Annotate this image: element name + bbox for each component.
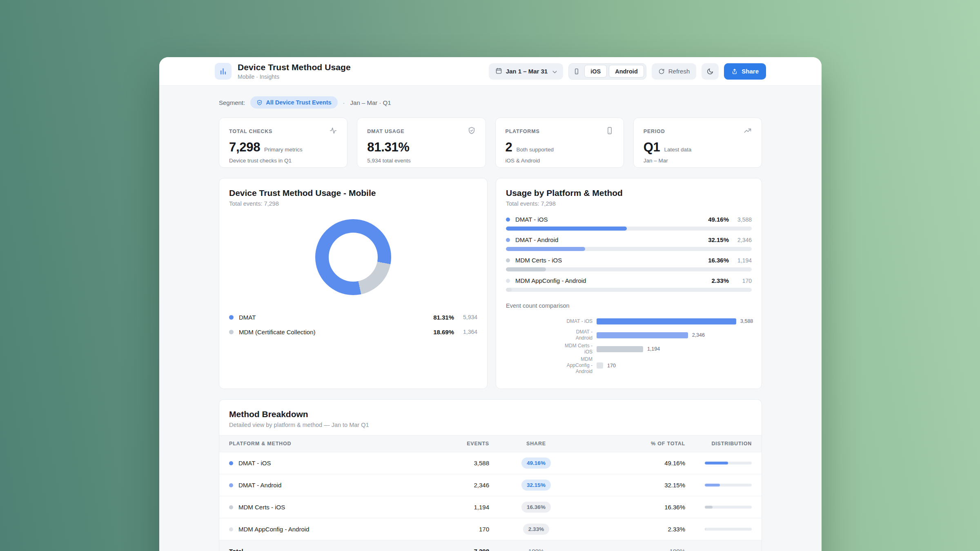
- legend-item: MDM (Certificate Collection) 18.69% 1,36…: [229, 324, 477, 339]
- stat-label: TOTAL CHECKS: [229, 129, 272, 134]
- stat-card-period: PERIOD Q1 Latest data Jan – Mar: [633, 118, 762, 168]
- method-dot: [506, 238, 510, 242]
- page-subtitle: Mobile · Insights: [238, 73, 351, 80]
- method-dot: [229, 505, 233, 509]
- stat-note: Primary metrics: [264, 147, 303, 153]
- share-button[interactable]: Share: [724, 63, 766, 80]
- usage-card-subtitle: Total events: 7,298: [506, 200, 752, 207]
- date-range-picker[interactable]: Jan 1 – Mar 31: [489, 63, 564, 80]
- table-header-row: PLATFORM & METHOD EVENTS SHARE % OF TOTA…: [219, 435, 762, 452]
- progress-fill: [506, 267, 546, 271]
- progress-fill: [506, 247, 585, 251]
- distribution-track: [705, 506, 752, 509]
- distribution-fill: [705, 506, 713, 509]
- app-header: Device Trust Method Usage Mobile · Insig…: [159, 57, 822, 86]
- bar-chart-icon: [215, 63, 232, 80]
- platform-segmented-control: iOS Android: [568, 63, 646, 80]
- breakdown-title: Method Breakdown: [229, 409, 752, 419]
- stat-note: Both supported: [516, 147, 554, 153]
- comparison-title: Event count comparison: [506, 302, 752, 309]
- usage-card-title: Usage by Platform & Method: [506, 188, 752, 198]
- main-content: Segment: All Device Trust Events · Jan –…: [159, 86, 822, 551]
- progress-track: [506, 267, 752, 271]
- moon-icon: [706, 68, 714, 75]
- donut-card-subtitle: Total events: 7,298: [229, 200, 477, 207]
- share-label: Share: [742, 68, 759, 75]
- comparison-bar: [597, 318, 736, 324]
- usage-row: MDM AppConfig - Android 2.33% 170: [506, 277, 752, 292]
- date-range-label: Jan 1 – Mar 31: [506, 68, 548, 75]
- method-dot: [229, 461, 233, 465]
- table-row: DMAT - Android 2,346 32.15% 32.15%: [219, 474, 762, 496]
- method-dot: [506, 279, 510, 283]
- table-row: DMAT - iOS 3,588 49.16% 49.16%: [219, 452, 762, 474]
- donut-card: Device Trust Method Usage - Mobile Total…: [219, 178, 488, 389]
- legend-dot: [229, 315, 234, 320]
- progress-track: [506, 227, 752, 231]
- stat-label: DMAT USAGE: [367, 129, 404, 134]
- stat-card-total-checks: TOTAL CHECKS 7,298 Primary metrics Devic…: [219, 118, 347, 168]
- distribution-fill: [705, 462, 728, 464]
- stat-label: PERIOD: [644, 129, 665, 134]
- share-badge: 16.36%: [521, 502, 551, 513]
- method-dot: [229, 527, 233, 531]
- comparison-bar-row: DMAT - iOS 3,588: [506, 315, 752, 328]
- distribution-fill: [705, 528, 706, 531]
- usage-row: MDM Certs - iOS 16.36% 1,194: [506, 257, 752, 271]
- stat-caption: 5,934 total events: [367, 158, 475, 164]
- refresh-icon: [658, 68, 665, 75]
- comparison-bar-row: DMAT -Android 2,346: [506, 329, 752, 342]
- stat-caption: Jan – Mar: [644, 158, 752, 164]
- stat-card-dmat-usage: DMAT USAGE 81.31% 5,934 total events: [357, 118, 486, 168]
- stat-note: Latest data: [664, 147, 692, 153]
- distribution-track: [705, 528, 752, 531]
- distribution-fill: [705, 484, 720, 487]
- stat-value: 7,298: [229, 140, 260, 155]
- stat-value: 81.31%: [367, 140, 409, 155]
- trending-up-icon: [744, 127, 752, 136]
- separator-dot: ·: [343, 99, 345, 106]
- method-dot: [229, 483, 233, 487]
- table-total-row: Total 7,298 100% 100%: [219, 540, 762, 551]
- method-dot: [506, 258, 510, 262]
- share-badge: 49.16%: [521, 458, 551, 469]
- donut-card-title: Device Trust Method Usage - Mobile: [229, 188, 477, 198]
- usage-card: Usage by Platform & Method Total events:…: [496, 178, 762, 389]
- table-row: MDM AppConfig - Android 170 2.33% 2.33%: [219, 518, 762, 540]
- tab-android[interactable]: Android: [609, 65, 644, 78]
- stat-value: Q1: [644, 140, 660, 155]
- stat-value: 2: [506, 140, 512, 155]
- progress-fill: [506, 288, 512, 292]
- share-badge: 32.15%: [521, 480, 551, 491]
- method-dot: [506, 218, 510, 222]
- stat-caption: iOS & Android: [506, 158, 614, 164]
- distribution-track: [705, 484, 752, 487]
- donut-legend: DMAT 81.31% 5,934 MDM (Certificate Colle…: [229, 310, 477, 339]
- usage-row: DMAT - Android 32.15% 2,346: [506, 236, 752, 251]
- stat-caption: Device trust checks in Q1: [229, 158, 337, 164]
- distribution-track: [705, 462, 752, 464]
- stat-cards: TOTAL CHECKS 7,298 Primary metrics Devic…: [219, 118, 762, 168]
- shield-check-icon: [468, 127, 476, 136]
- calendar-icon: [495, 67, 502, 76]
- usage-row: DMAT - iOS 49.16% 3,588: [506, 216, 752, 231]
- progress-fill: [506, 227, 627, 231]
- tab-ios[interactable]: iOS: [584, 65, 607, 78]
- dark-mode-toggle[interactable]: [702, 63, 719, 80]
- segment-pill[interactable]: All Device Trust Events: [250, 96, 337, 109]
- comparison-bar-row: MDMAppConfig -Android 170: [506, 356, 752, 375]
- smartphone-icon: [606, 127, 614, 136]
- activity-icon: [329, 127, 337, 136]
- refresh-button[interactable]: Refresh: [652, 63, 697, 80]
- segment-bar: Segment: All Device Trust Events · Jan –…: [219, 96, 762, 109]
- comparison-chart: DMAT - iOS 3,588 DMAT -Android 2,346 MDM…: [506, 315, 752, 375]
- table-row: MDM Certs - iOS 1,194 16.36% 16.36%: [219, 496, 762, 518]
- share-badge: 2.33%: [523, 524, 549, 535]
- shield-check-icon: [256, 100, 263, 106]
- comparison-bar: [597, 346, 643, 352]
- share-icon: [731, 68, 738, 75]
- comparison-bar-row: MDM Certs -iOS 1,194: [506, 342, 752, 355]
- comparison-bar: [597, 332, 688, 338]
- stat-card-platforms: PLATFORMS 2 Both supported iOS & Android: [495, 118, 624, 168]
- segment-period: Jan – Mar · Q1: [350, 99, 391, 106]
